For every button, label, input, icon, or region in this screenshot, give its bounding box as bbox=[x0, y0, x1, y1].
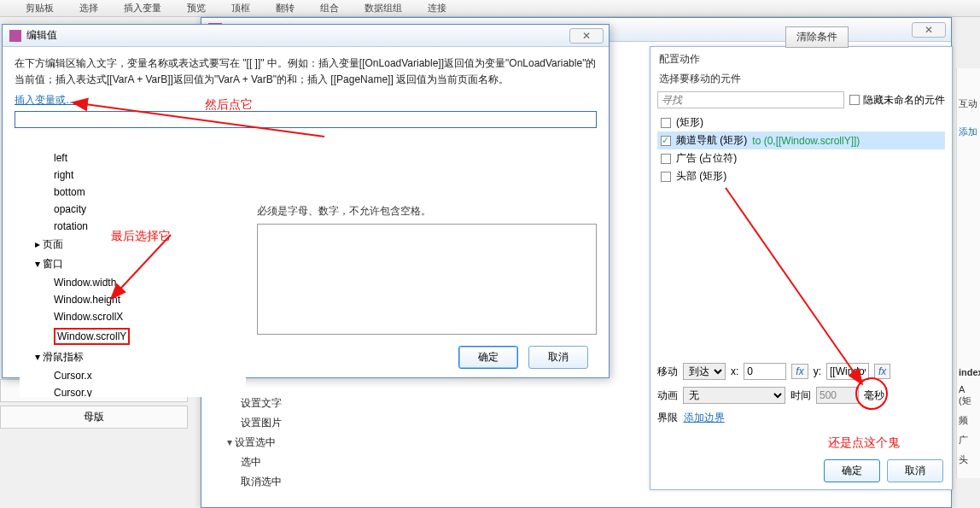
action-set-selected[interactable]: 设置选中 bbox=[217, 433, 388, 453]
group-cursor[interactable]: 滑鼠指标 bbox=[20, 347, 246, 367]
app-icon bbox=[9, 30, 21, 42]
ok-button[interactable]: 确定 bbox=[824, 459, 880, 482]
tree-row-head[interactable]: 头部 (矩形) bbox=[657, 167, 945, 185]
config-title: 配置动作 bbox=[650, 47, 952, 68]
var-bottom[interactable]: bottom bbox=[20, 184, 246, 201]
tree-row-rect[interactable]: (矩形) bbox=[657, 114, 945, 131]
var-opacity[interactable]: opacity bbox=[20, 201, 246, 218]
animation-row: 动画 无 时间 毫秒 bbox=[650, 383, 952, 407]
action-set-image[interactable]: 设置图片 bbox=[217, 413, 388, 433]
search-input[interactable] bbox=[657, 91, 844, 108]
animation-select[interactable]: 无 bbox=[683, 387, 785, 404]
local-vars-area[interactable] bbox=[257, 224, 597, 335]
fx-y-button[interactable]: fx bbox=[874, 364, 890, 379]
config-subtitle: 选择要移动的元件 bbox=[650, 68, 952, 90]
group-window[interactable]: 窗口 bbox=[20, 254, 246, 274]
config-action-panel: 清除条件 配置动作 选择要移动的元件 隐藏未命名的元件 (矩形) 频道导航 (矩… bbox=[650, 46, 953, 490]
annotation-1: 然后点它 bbox=[205, 97, 253, 113]
action-select[interactable]: 选中 bbox=[217, 453, 388, 472]
tree-row-nav[interactable]: 频道导航 (矩形) to (0,[[Window.scrollY]]) bbox=[657, 131, 945, 149]
hide-unnamed-checkbox[interactable]: 隐藏未命名的元件 bbox=[849, 93, 945, 108]
app-toolbar: 剪贴板选择插入变量 预览顶框翻转 组合数据组组连接 bbox=[0, 0, 980, 17]
clear-condition-button[interactable]: 清除条件 bbox=[785, 26, 849, 48]
fx-x-button[interactable]: fx bbox=[791, 364, 808, 379]
widget-tree[interactable]: (矩形) 频道导航 (矩形) to (0,[[Window.scrollY]])… bbox=[650, 110, 952, 189]
left-master[interactable]: 母版 bbox=[0, 406, 188, 429]
edit-value-dialog: 编辑值 ✕ 在下方编辑区输入文字，变量名称或表达式要写在 "[[ ]]" 中。例… bbox=[2, 24, 610, 378]
edit-titlebar[interactable]: 编辑值 ✕ bbox=[3, 25, 609, 47]
var-window-height[interactable]: Window.height bbox=[20, 291, 246, 308]
var-cursor-y[interactable]: Cursor.y bbox=[20, 384, 246, 397]
y-input[interactable] bbox=[826, 363, 869, 380]
var-window-width[interactable]: Window.width bbox=[20, 274, 246, 291]
close-icon[interactable]: ✕ bbox=[912, 22, 946, 38]
edit-ok-button[interactable]: 确定 bbox=[458, 346, 518, 369]
expression-input[interactable] bbox=[15, 111, 597, 128]
rt-label: 必须是字母、数字，不允许包含空格。 bbox=[257, 204, 597, 219]
action-deselect[interactable]: 取消选中 bbox=[217, 472, 388, 492]
add-boundary-link[interactable]: 添加边界 bbox=[684, 412, 725, 423]
insert-variable-link[interactable]: 插入变量或… bbox=[3, 94, 88, 106]
edit-title: 编辑值 bbox=[26, 28, 57, 43]
x-input[interactable] bbox=[744, 363, 786, 380]
cancel-button[interactable]: 取消 bbox=[887, 459, 943, 482]
boundary-row: 界限 添加边界 bbox=[650, 407, 952, 429]
annotation-2: 最后选择它 bbox=[111, 229, 171, 244]
tree-row-ad[interactable]: 广告 (占位符) bbox=[657, 149, 945, 167]
var-right[interactable]: right bbox=[20, 166, 246, 184]
var-window-scrolly[interactable]: Window.scrollY bbox=[20, 325, 246, 347]
annotation-circle bbox=[855, 377, 888, 410]
close-icon[interactable]: ✕ bbox=[569, 28, 604, 44]
var-left[interactable]: left bbox=[20, 149, 246, 166]
variable-list[interactable]: left right bottom opacity rotation 页面 窗口… bbox=[20, 149, 246, 397]
edit-cancel-button[interactable]: 取消 bbox=[528, 346, 588, 369]
edit-description: 在下方编辑区输入文字，变量名称或表达式要写在 "[[ ]]" 中。例如：插入变量… bbox=[3, 47, 609, 93]
var-window-scrollx[interactable]: Window.scrollX bbox=[20, 308, 246, 325]
action-tree[interactable]: 设置文字 设置图片 设置选中 选中 取消选中 bbox=[217, 394, 388, 492]
move-params-row: 移动 到达 x: fx y: fx bbox=[650, 359, 952, 383]
annotation-3: 还是点这个鬼 bbox=[828, 435, 900, 451]
var-cursor-x[interactable]: Cursor.x bbox=[20, 367, 246, 384]
time-input[interactable] bbox=[816, 387, 859, 404]
right-sidebar: 互动 添加 index A (矩 频 广 头 bbox=[956, 68, 980, 478]
move-type-select[interactable]: 到达 bbox=[683, 363, 726, 380]
